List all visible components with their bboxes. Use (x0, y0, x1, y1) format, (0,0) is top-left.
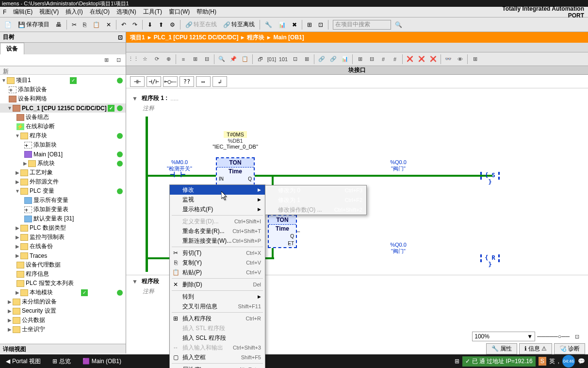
tb-icon4[interactable]: ⊞ (305, 20, 314, 30)
et-icon[interactable]: ❌ (405, 54, 415, 65)
menu-online[interactable]: 在线(O) (87, 7, 113, 17)
ctx-rewire-var[interactable]: 重新连接变量(W)...Ctrl+Shift+P (170, 236, 265, 246)
zoom-select[interactable]: 100%▼ (472, 332, 535, 341)
tree-online-backup[interactable]: ▶在线备份 (0, 242, 126, 251)
bc-blocks[interactable]: 程序块 (247, 33, 264, 42)
et-icon[interactable]: ⊡ (290, 54, 300, 65)
menu-insert[interactable]: 插入(I) (63, 7, 85, 17)
tree-add-device[interactable]: +添加新设备 (0, 85, 126, 94)
et-icon[interactable]: 101 (278, 54, 289, 65)
lad-open-branch-icon[interactable]: ↲ (212, 76, 227, 87)
ctx-insert-scl[interactable]: 插入 SCL 程序段 (170, 333, 265, 343)
ctx-modify[interactable]: 修改▶ 修改为 0Ctrl+F3 修改为 1Ctrl+F2 修改操作数(O) .… (170, 185, 265, 195)
tree-common-data[interactable]: ▶公共数据 (0, 316, 126, 325)
bc-plc[interactable]: PLC_1 [CPU 1215C DC/DC/DC] (154, 34, 239, 41)
menu-edit[interactable]: 编辑(E) (10, 7, 35, 17)
et-icon[interactable]: ⊟ (201, 54, 212, 65)
search-icon[interactable]: 🔍 (392, 20, 405, 30)
bc-project[interactable]: 项目1 (130, 33, 145, 42)
tree-alarm-text[interactable]: PLC 报警文本列表 (0, 279, 126, 288)
ctx-copy[interactable]: ⎘复制(Y)Ctrl+V (170, 258, 265, 268)
lad-nc-contact-icon[interactable]: ⊣/⊢ (147, 76, 161, 87)
tab-properties[interactable]: 🔧属性 (486, 343, 517, 354)
main-tab-button[interactable]: 🟪 Main (OB1) (80, 357, 124, 366)
et-icon[interactable]: ❌ (428, 54, 439, 65)
ctx-rename-var[interactable]: 重命名变量(R)...Ctrl+Shift+T (170, 226, 265, 236)
tree-local-modules[interactable]: ▶本地模块✓ (0, 288, 126, 297)
portal-view-button[interactable]: ◀ Portal 视图 (3, 356, 44, 367)
et-icon[interactable]: [01] (266, 54, 277, 65)
comment[interactable]: 注释 (126, 104, 588, 113)
network-1-header[interactable]: ▼ 程序段 1 : ..... (126, 92, 588, 104)
set-coil-icon[interactable]: { S } (480, 172, 500, 180)
ime-lang[interactable]: 英 (549, 357, 555, 366)
go-offline-button[interactable]: 🔗 转至离线 (221, 19, 257, 30)
menu-tools[interactable]: 工具(T) (140, 7, 165, 17)
menu-help[interactable]: 帮助(H) (194, 7, 219, 17)
tree-show-all-tags[interactable]: 显示所有变量 (0, 196, 126, 205)
ton-block-2[interactable]: TON Time Q ET (268, 215, 297, 248)
copy-icon[interactable]: ⎘ (81, 20, 89, 30)
et-icon[interactable]: ⊞ (301, 54, 312, 65)
menu-file[interactable]: F (0, 8, 9, 17)
block-interface-header[interactable]: 块接口 (126, 66, 588, 75)
tree-traces[interactable]: ▶Traces (0, 251, 126, 260)
tree-plc[interactable]: ▼PLC_1 [CPU 1215C DC/DC/DC]✓ (0, 103, 126, 113)
et-icon[interactable]: 📊 (340, 54, 350, 65)
ctx-insert-empty[interactable]: ▢插入空框Shift+F5 (170, 352, 265, 362)
print-icon[interactable]: 🖶 (53, 20, 64, 30)
detail-view-header[interactable]: 详细视图 (0, 344, 126, 353)
collapse-icon[interactable]: ▼ (132, 278, 139, 285)
monitor-icon[interactable]: 👓 (443, 54, 454, 65)
ctx-xref[interactable]: 交叉引用信息Shift+F11 (170, 301, 265, 311)
project-tree[interactable]: ▼项目1✓ +添加新设备 设备和网络 ▼PLC_1 [CPU 1215C DC/… (0, 75, 126, 344)
ctx-cut[interactable]: ✂剪切(T)Ctrl+X (170, 248, 265, 258)
collapse-icon[interactable]: ▼ (132, 95, 139, 102)
overview-button[interactable]: ⊞ 总览 (49, 356, 74, 367)
et-icon[interactable]: ⟳ (151, 54, 162, 65)
menu-view[interactable]: 视图(V) (36, 7, 62, 17)
upload-icon[interactable]: ⬆ (156, 20, 166, 30)
zoom-fit-icon[interactable]: ⊡ (572, 331, 582, 342)
tree-online-diag[interactable]: ⚡在线和诊断 (0, 122, 126, 131)
undo-icon[interactable]: ↶ (119, 20, 129, 30)
ton-block-1[interactable]: TON Time INQ (216, 157, 255, 185)
tab-info[interactable]: ℹ信息 ⚠ (519, 343, 552, 354)
tree-default-tags[interactable]: 默认变量表 [31] (0, 214, 126, 223)
cut-icon[interactable]: ✂ (69, 20, 79, 30)
et-icon[interactable]: 🔍 (216, 54, 227, 65)
et-icon[interactable]: 🗗 (255, 54, 265, 65)
download-icon[interactable]: ⬇ (145, 20, 155, 30)
reset-coil-icon[interactable]: { R } (480, 254, 500, 262)
et-icon[interactable]: ⊞ (470, 54, 480, 65)
tree-main-ob1[interactable]: Main [OB1] (0, 150, 126, 159)
tab-diagnostics[interactable]: 🩺诊断 (554, 343, 585, 354)
et-icon[interactable]: # (390, 54, 400, 65)
tree-device-config[interactable]: 设备组态 (0, 113, 126, 122)
ctx-goto[interactable]: 转到▶ (170, 292, 265, 301)
delete-icon[interactable]: ✕ (104, 20, 114, 30)
ctx-modify-to-0[interactable]: 修改为 0Ctrl+F3 (265, 185, 366, 195)
go-online-button[interactable]: 🔗 转至在线 (183, 19, 219, 30)
tree-tech-objects[interactable]: ▶工艺对象 (0, 168, 126, 177)
save-button[interactable]: 💾 保存项目 (16, 19, 52, 30)
lad-box-icon[interactable]: ?? (180, 76, 194, 87)
coil-q0.0-reset[interactable]: %Q0.0"阀门" (381, 242, 415, 255)
ime-indicator[interactable]: S (539, 357, 546, 366)
bc-main[interactable]: Main [OB1] (273, 34, 304, 41)
tree-ungrouped[interactable]: ▶未分组的设备 (0, 297, 126, 306)
tb-icon1[interactable]: 🔧 (262, 20, 275, 30)
et-icon[interactable]: 📋 (240, 54, 250, 65)
et-icon[interactable]: ⊟ (366, 54, 377, 65)
notification-icon[interactable]: 💬 (578, 358, 585, 365)
tree-dev-network[interactable]: 设备和网络 (0, 94, 126, 103)
ctx-paste[interactable]: 📋粘贴(P)Ctrl+V (170, 268, 265, 277)
et-icon[interactable]: ⋮⋮ (128, 54, 139, 65)
tb-icon5[interactable]: ⊡ (316, 20, 326, 30)
coil-q0.0-set[interactable]: %Q0.0"阀门" (381, 159, 415, 172)
ctx-insert-network[interactable]: ⊞插入程序段Ctrl+R (170, 314, 265, 323)
tree-program-info[interactable]: 程序信息 (0, 269, 126, 279)
compile-icon[interactable]: ⚙ (167, 20, 178, 30)
tree-tool2-icon[interactable]: ⊡ (113, 55, 124, 66)
lad-branch-icon[interactable]: ↦ (196, 76, 211, 87)
